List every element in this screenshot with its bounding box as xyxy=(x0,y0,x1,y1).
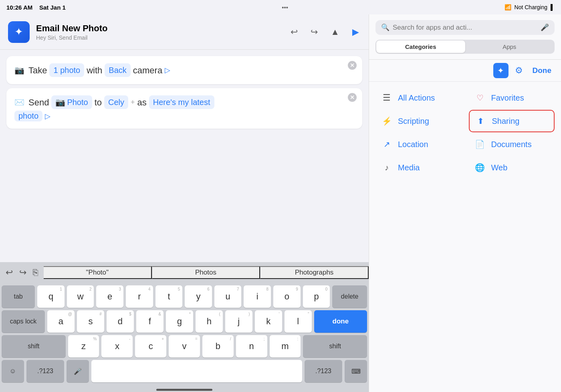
redo-keyboard-button[interactable]: ↪ xyxy=(19,267,26,278)
key-o[interactable]: 9o xyxy=(273,285,301,308)
actions-toolbar: ✦ ⚙ Done xyxy=(369,60,561,82)
undo-button[interactable]: ↩ xyxy=(289,25,299,39)
done-keyboard-key[interactable]: done xyxy=(314,310,367,333)
key-l[interactable]: "l xyxy=(285,310,312,333)
step-2-body[interactable]: photo xyxy=(14,111,42,121)
action-documents[interactable]: 📄 Documents xyxy=(466,133,558,156)
settings-button[interactable]: ⚙ xyxy=(513,64,525,77)
key-x[interactable]: -x xyxy=(101,335,133,358)
charging-status: Not Charging xyxy=(515,4,548,10)
undo-keyboard-button[interactable]: ↩ xyxy=(6,267,13,278)
workflow-title[interactable]: Email New Photo xyxy=(36,23,283,34)
symbols-right-key[interactable]: .?123 xyxy=(305,360,342,382)
capslock-key[interactable]: caps lock xyxy=(2,310,45,333)
step-1-camera-label: camera xyxy=(133,64,162,77)
key-b[interactable]: /b xyxy=(202,335,234,358)
workflow-header: ✦ Email New Photo Hey Siri, Send Email ↩… xyxy=(0,14,369,50)
keyboard-row-2: caps lock @a #s $d &f *g (h )j 'k "l don… xyxy=(2,310,367,333)
home-indicator xyxy=(0,389,369,392)
battery-icon: ▌ xyxy=(551,4,555,10)
step-2-plus[interactable]: + xyxy=(131,97,135,108)
keyboard-row-3: shift %z -x +c =v /b ;n :m shift xyxy=(2,335,367,358)
key-f[interactable]: &f xyxy=(136,310,163,333)
step-1-camera[interactable]: Back xyxy=(105,63,130,77)
step-1-count[interactable]: 1 photo xyxy=(49,63,84,77)
key-a[interactable]: @a xyxy=(47,310,75,333)
key-u[interactable]: 7u xyxy=(214,285,242,308)
suggestion-2[interactable]: Photos xyxy=(152,266,260,279)
step-2-to: to xyxy=(95,96,102,109)
action-favorites[interactable]: ♡ Favorites xyxy=(466,87,558,109)
search-input[interactable] xyxy=(393,24,537,32)
left-shift-key[interactable]: shift xyxy=(2,335,66,358)
step-1-close[interactable]: ✕ xyxy=(348,61,357,70)
action-scripting[interactable]: ⚡ Scripting xyxy=(372,110,465,132)
step-2-recipient[interactable]: Cely xyxy=(104,95,128,109)
step-2-subject[interactable]: Here's my latest xyxy=(149,95,214,109)
key-v[interactable]: =v xyxy=(169,335,200,358)
step-2-arrow[interactable]: ▷ xyxy=(45,112,50,121)
wifi-icon: 📶 xyxy=(504,4,511,10)
symbols-key[interactable]: .?123 xyxy=(26,360,64,382)
key-n[interactable]: ;n xyxy=(236,335,267,358)
key-d[interactable]: $d xyxy=(107,310,134,333)
redo-button[interactable]: ↪ xyxy=(309,25,319,39)
space-key[interactable] xyxy=(91,360,302,382)
key-i[interactable]: 8i xyxy=(244,285,271,308)
right-shift-key[interactable]: shift xyxy=(303,335,367,358)
main-area: ✦ Email New Photo Hey Siri, Send Email ↩… xyxy=(0,14,561,392)
key-j[interactable]: )j xyxy=(225,310,252,333)
action-all-actions-label: All Actions xyxy=(398,93,435,103)
add-shortcut-button[interactable]: ✦ xyxy=(493,63,509,78)
step-2-as: as xyxy=(137,96,147,109)
mic-key[interactable]: 🎤 xyxy=(67,360,89,382)
action-sharing[interactable]: ⬆ Sharing xyxy=(469,110,555,132)
key-p[interactable]: 0p xyxy=(303,285,330,308)
header-actions: ↩ ↪ ▲ ▶ xyxy=(289,25,361,39)
keyboard-row-1: tab 1q 2w 3e 4r 5t 6y 7u 8i 9o 0p delete xyxy=(2,285,367,308)
key-h[interactable]: (h xyxy=(196,310,223,333)
step-1-arrow[interactable]: ▷ xyxy=(165,65,170,76)
paste-button[interactable]: ⎘ xyxy=(33,267,38,278)
key-z[interactable]: %z xyxy=(68,335,99,358)
step-2-photo[interactable]: 📷 Photo xyxy=(51,95,92,109)
key-w[interactable]: 2w xyxy=(67,285,94,308)
done-button[interactable]: Done xyxy=(529,65,555,77)
step-2-close[interactable]: ✕ xyxy=(348,93,357,102)
scripting-icon: ⚡ xyxy=(380,115,393,127)
apps-tab[interactable]: Apps xyxy=(465,40,554,53)
tab-key[interactable]: tab xyxy=(2,285,35,308)
key-m[interactable]: :m xyxy=(270,335,301,358)
action-location[interactable]: ↗ Location xyxy=(372,133,465,156)
status-dots: ••• xyxy=(282,4,288,11)
action-all-actions[interactable]: ☰ All Actions xyxy=(372,87,465,109)
workflow-title-area: Email New Photo Hey Siri, Send Email xyxy=(36,23,283,41)
action-web[interactable]: 🌐 Web xyxy=(466,156,558,179)
step-1-with: with xyxy=(87,64,102,77)
key-e[interactable]: 3e xyxy=(96,285,123,308)
key-t[interactable]: 5t xyxy=(155,285,183,308)
step-card-1: ✕ 📷 Take 1 photo with Back camera ▷ xyxy=(6,56,362,84)
key-s[interactable]: #s xyxy=(77,310,104,333)
emoji-key[interactable]: ☺ xyxy=(2,360,24,382)
suggestion-1[interactable]: "Photo" xyxy=(44,266,152,279)
key-r[interactable]: 4r xyxy=(126,285,153,308)
delete-key[interactable]: delete xyxy=(332,285,367,308)
mic-search-icon[interactable]: 🎤 xyxy=(541,23,549,32)
key-k[interactable]: 'k xyxy=(255,310,282,333)
action-media[interactable]: ♪ Media xyxy=(372,156,465,179)
action-location-label: Location xyxy=(398,140,428,149)
search-icon: 🔍 xyxy=(381,23,389,32)
suggestion-3[interactable]: Photographs xyxy=(260,266,369,279)
step-card-2: ✕ ✉️ Send 📷 Photo to Cely + as Here's my… xyxy=(6,88,362,129)
categories-tab[interactable]: Categories xyxy=(376,40,465,53)
run-button[interactable]: ▶ xyxy=(351,25,361,39)
key-y[interactable]: 6y xyxy=(185,285,212,308)
key-c[interactable]: +c xyxy=(135,335,166,358)
actions-header: 🔍 🎤 Categories Apps xyxy=(369,14,561,60)
keyboard-dismiss-key[interactable]: ⌨ xyxy=(345,360,367,382)
key-q[interactable]: 1q xyxy=(37,285,65,308)
app-icon: ✦ xyxy=(8,21,30,43)
key-g[interactable]: *g xyxy=(166,310,193,333)
share-button[interactable]: ▲ xyxy=(329,25,341,39)
